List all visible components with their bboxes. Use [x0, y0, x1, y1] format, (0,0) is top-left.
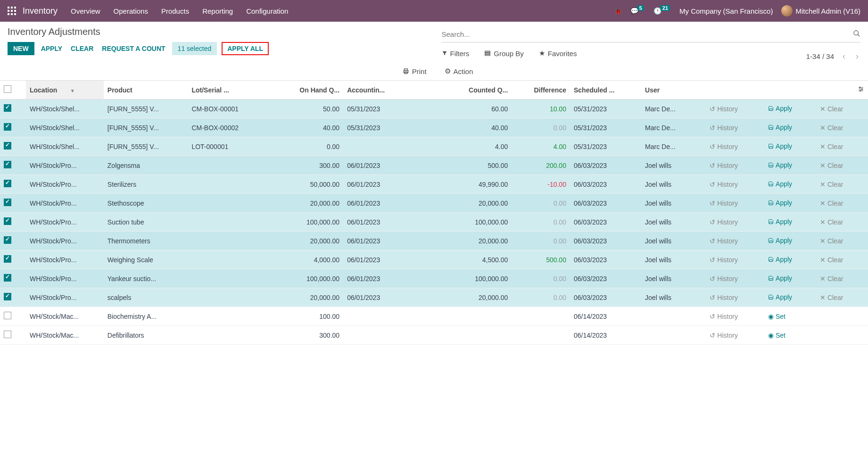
row-checkbox[interactable]: [4, 104, 11, 112]
search-input[interactable]: [442, 28, 853, 40]
row-apply-button[interactable]: Apply: [768, 218, 792, 225]
row-history-button[interactable]: ↺ History: [710, 237, 737, 245]
row-checkbox[interactable]: [4, 293, 11, 300]
row-clear-button[interactable]: ✕ Clear: [820, 199, 843, 207]
table-row[interactable]: WH/Stock/Pro... Stethoscope 20,000.00 06…: [0, 194, 868, 213]
row-history-button[interactable]: ↺ History: [710, 313, 737, 320]
col-onhand[interactable]: On Hand Q...: [272, 81, 343, 100]
row-clear-button[interactable]: ✕ Clear: [820, 124, 843, 132]
row-history-button[interactable]: ↺ History: [710, 256, 737, 264]
nav-overview[interactable]: Overview: [71, 7, 100, 15]
col-scheduled[interactable]: Scheduled ...: [570, 81, 641, 100]
nav-reporting[interactable]: Reporting: [202, 7, 233, 15]
row-clear-button[interactable]: ✕ Clear: [820, 218, 843, 226]
apply-button[interactable]: APPLY: [39, 42, 64, 55]
table-row[interactable]: WH/Stock/Pro... Thermometers 20,000.00 0…: [0, 232, 868, 250]
col-user[interactable]: User: [641, 81, 706, 100]
row-apply-button[interactable]: Apply: [768, 180, 792, 188]
table-row[interactable]: WH/Stock/Shel... [FURN_5555] V... CM-BOX…: [0, 118, 868, 137]
row-history-button[interactable]: ↺ History: [710, 181, 737, 188]
row-apply-button[interactable]: Apply: [768, 142, 792, 150]
row-checkbox[interactable]: [4, 180, 11, 187]
col-difference[interactable]: Difference: [512, 81, 570, 100]
row-apply-button[interactable]: Apply: [768, 124, 792, 131]
row-history-button[interactable]: ↺ History: [710, 294, 737, 301]
table-row[interactable]: WH/Stock/Pro... scalpels 20,000.00 06/01…: [0, 288, 868, 307]
row-history-button[interactable]: ↺ History: [710, 199, 737, 207]
cell-counted[interactable]: [408, 326, 512, 345]
new-button[interactable]: NEW: [8, 42, 34, 55]
row-apply-button[interactable]: Apply: [768, 237, 792, 244]
favorites-button[interactable]: ★Favorites: [539, 49, 577, 58]
filters-button[interactable]: Filters: [442, 49, 470, 58]
request-count-button[interactable]: REQUEST A COUNT: [100, 42, 167, 55]
col-product[interactable]: Product: [104, 81, 188, 100]
row-history-button[interactable]: ↺ History: [710, 105, 737, 113]
cell-counted[interactable]: 60.00: [408, 100, 512, 118]
table-row[interactable]: WH/Stock/Mac... Defibrillators 300.00 06…: [0, 326, 868, 345]
row-clear-button[interactable]: ✕ Clear: [820, 105, 843, 113]
nav-operations[interactable]: Operations: [114, 7, 148, 15]
row-history-button[interactable]: ↺ History: [710, 124, 737, 132]
row-checkbox[interactable]: [4, 142, 11, 150]
select-all-checkbox[interactable]: [4, 85, 11, 93]
table-row[interactable]: WH/Stock/Pro... Zolgensma 300.00 06/01/2…: [0, 156, 868, 175]
search-icon[interactable]: [853, 30, 860, 39]
row-history-button[interactable]: ↺ History: [710, 143, 737, 150]
row-checkbox[interactable]: [4, 123, 11, 131]
user-menu[interactable]: Mitchell Admin (V16): [781, 5, 860, 17]
selection-badge[interactable]: 11 selected: [172, 42, 217, 55]
action-button[interactable]: ⚙Action: [445, 67, 473, 75]
row-apply-button[interactable]: Apply: [768, 105, 792, 112]
row-set-button[interactable]: ◉ Set: [768, 313, 785, 320]
row-apply-button[interactable]: Apply: [768, 199, 792, 207]
cell-counted[interactable]: 20,000.00: [408, 288, 512, 307]
row-clear-button[interactable]: ✕ Clear: [820, 162, 843, 169]
table-row[interactable]: WH/Stock/Shel... [FURN_5555] V... LOT-00…: [0, 137, 868, 156]
optional-columns-icon[interactable]: [858, 86, 864, 94]
row-clear-button[interactable]: ✕ Clear: [820, 237, 843, 245]
table-row[interactable]: WH/Stock/Pro... Sterilizers 50,000.00 06…: [0, 175, 868, 194]
col-location[interactable]: Location▾: [26, 81, 104, 100]
col-accounting[interactable]: Accountin...: [343, 81, 408, 100]
col-counted[interactable]: Counted Q...: [408, 81, 512, 100]
row-apply-button[interactable]: Apply: [768, 256, 792, 263]
nav-configuration[interactable]: Configuration: [246, 7, 288, 15]
app-brand[interactable]: Inventory: [23, 6, 58, 16]
cell-counted[interactable]: [408, 307, 512, 326]
row-checkbox[interactable]: [4, 236, 11, 244]
table-row[interactable]: WH/Stock/Mac... Biochemistry A... 100.00…: [0, 307, 868, 326]
activities-icon[interactable]: 🕐21: [653, 7, 671, 15]
row-checkbox[interactable]: [4, 255, 11, 263]
table-row[interactable]: WH/Stock/Shel... [FURN_5555] V... CM-BOX…: [0, 100, 868, 118]
row-checkbox[interactable]: [4, 312, 11, 319]
apply-all-button[interactable]: APPLY ALL: [227, 45, 263, 52]
cell-counted[interactable]: 4.00: [408, 137, 512, 156]
row-clear-button[interactable]: ✕ Clear: [820, 181, 843, 188]
cell-counted[interactable]: 40.00: [408, 118, 512, 137]
pager-next[interactable]: ›: [854, 51, 860, 61]
debug-icon[interactable]: 🐞: [614, 7, 622, 15]
row-history-button[interactable]: ↺ History: [710, 332, 737, 339]
groupby-button[interactable]: Group By: [484, 49, 523, 58]
row-checkbox[interactable]: [4, 331, 11, 338]
cell-counted[interactable]: 20,000.00: [408, 194, 512, 213]
pager-prev[interactable]: ‹: [841, 51, 847, 61]
row-history-button[interactable]: ↺ History: [710, 162, 737, 169]
cell-counted[interactable]: 49,990.00: [408, 175, 512, 194]
nav-products[interactable]: Products: [161, 7, 189, 15]
col-lot[interactable]: Lot/Serial ...: [188, 81, 272, 100]
row-apply-button[interactable]: Apply: [768, 274, 792, 282]
company-selector[interactable]: My Company (San Francisco): [679, 7, 773, 15]
row-clear-button[interactable]: ✕ Clear: [820, 275, 843, 283]
row-apply-button[interactable]: Apply: [768, 293, 792, 301]
clear-button[interactable]: CLEAR: [69, 42, 95, 55]
row-checkbox[interactable]: [4, 217, 11, 225]
row-checkbox[interactable]: [4, 161, 11, 168]
table-row[interactable]: WH/Stock/Pro... Yankeur suctio... 100,00…: [0, 269, 868, 288]
cell-counted[interactable]: 100,000.00: [408, 269, 512, 288]
row-clear-button[interactable]: ✕ Clear: [820, 294, 843, 301]
row-apply-button[interactable]: Apply: [768, 161, 792, 169]
row-checkbox[interactable]: [4, 274, 11, 282]
row-set-button[interactable]: ◉ Set: [768, 332, 785, 339]
